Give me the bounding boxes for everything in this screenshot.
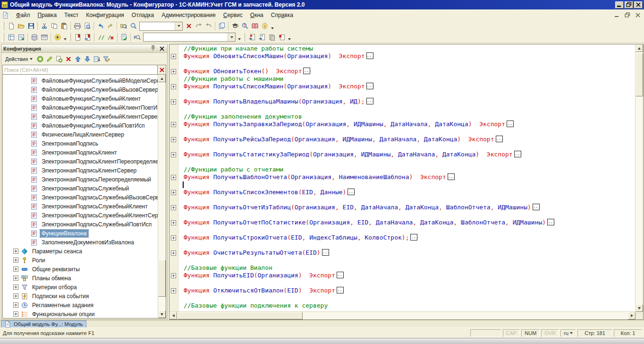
mdi-restore-button[interactable]: [623, 11, 632, 19]
menu-item-текст[interactable]: Текст: [60, 10, 82, 20]
collapsed-code-button[interactable]: [547, 219, 554, 225]
procedure-combo[interactable]: [143, 33, 236, 42]
toolbar-grip[interactable]: [243, 33, 245, 42]
tree-scroll-thumb[interactable]: [158, 260, 166, 297]
collapsed-code-button[interactable]: [448, 173, 455, 180]
table-document-button[interactable]: [16, 32, 26, 42]
goto-query-button[interactable]: ?: [257, 32, 267, 42]
procedures-functions-button[interactable]: P: [132, 32, 142, 42]
toolbar-grip[interactable]: [68, 33, 71, 42]
print-preview-button[interactable]: [82, 21, 92, 31]
tree-group-item[interactable]: Параметры сеанса: [3, 247, 158, 256]
copy-pages-button[interactable]: [217, 21, 227, 31]
table-button[interactable]: [39, 32, 49, 42]
collapsed-code-button[interactable]: [303, 68, 310, 74]
code-line[interactable]: [169, 128, 636, 136]
code-line[interactable]: Функция ПолучитьСтрокиОтчета(EID, Индекс…: [169, 234, 636, 241]
next-bookmark-button[interactable]: [83, 32, 93, 42]
syntax-check-button[interactable]: [119, 32, 129, 42]
expand-plus-icon[interactable]: [13, 311, 18, 317]
module-code-editor[interactable]: //Функции при начале работы системыФункц…: [169, 44, 644, 320]
tree-item-common-module[interactable]: ЭлектроннаяПодписьСлужебныйПовтИсп: [3, 220, 158, 229]
expand-plus-icon[interactable]: [13, 302, 18, 308]
collapsed-code-button[interactable]: [366, 52, 373, 59]
collapsed-code-button[interactable]: [514, 151, 521, 157]
move-up-button[interactable]: [74, 55, 82, 63]
run-debug-button[interactable]: [52, 32, 62, 42]
add-button[interactable]: [36, 55, 44, 63]
about-button[interactable]: i: [260, 21, 270, 31]
window-tab-module[interactable]: Общий модуль Фу...: Модуль: [1, 320, 86, 328]
mdi-close-button[interactable]: [634, 11, 642, 19]
collapsed-code-button[interactable]: [366, 83, 373, 89]
tree-item-common-module[interactable]: ЭлектроннаяПодпись: [3, 139, 158, 148]
save-button[interactable]: [26, 21, 36, 31]
code-line[interactable]: Функция ПолучитьСписокЭлементов(EID, Дан…: [169, 189, 636, 196]
restore-button[interactable]: [625, 1, 633, 9]
fold-expand-icon[interactable]: [171, 205, 176, 210]
code-line[interactable]: [169, 279, 636, 287]
tree-scroll-up-button[interactable]: [158, 75, 166, 82]
menu-item-справка[interactable]: Справка: [267, 10, 297, 20]
code-line[interactable]: //Функции при начале работы системы: [169, 45, 636, 52]
tree-group-item[interactable]: Подписки на события: [3, 292, 158, 301]
fold-expand-icon[interactable]: [171, 174, 176, 180]
code-line[interactable]: [169, 211, 636, 219]
fold-expand-icon[interactable]: [171, 220, 176, 225]
menu-item-окна[interactable]: Окна: [246, 10, 267, 20]
menu-item-файл[interactable]: Файл: [12, 10, 34, 20]
code-line[interactable]: [169, 90, 636, 98]
clear-search-button[interactable]: [184, 21, 194, 31]
editor-scroll-right-button[interactable]: [628, 312, 636, 319]
code-line[interactable]: Функция ПолучитьРейсыЗаПериод(Организаци…: [169, 136, 636, 143]
tree-item-common-module[interactable]: ФайловыеФункцииСлужебныйКлиент: [3, 94, 158, 103]
collapsed-code-button[interactable]: [533, 204, 540, 210]
help-topics-button[interactable]: [250, 21, 260, 31]
form-grid-button[interactable]: [6, 32, 16, 42]
fold-expand-icon[interactable]: [171, 235, 176, 240]
editor-hscroll-thumb[interactable]: [178, 312, 303, 319]
procedure-combo-input[interactable]: [144, 34, 228, 40]
menu-item-администрирование[interactable]: Администрирование: [158, 10, 219, 20]
add-comment-button[interactable]: //: [96, 32, 106, 42]
pin-button[interactable]: [150, 45, 157, 52]
find-previous-button[interactable]: [203, 21, 213, 31]
toolbar-overflow-button[interactable]: [270, 21, 275, 31]
delete-button[interactable]: [64, 55, 73, 63]
menu-item-правка[interactable]: Правка: [34, 10, 61, 20]
tree-item-common-module[interactable]: ЭлектроннаяПодписьСлужебныйКлиент: [3, 202, 158, 211]
edit-button[interactable]: [45, 55, 54, 63]
delete-line-button[interactable]: [277, 32, 287, 42]
tree-search-box[interactable]: [2, 65, 158, 75]
tree-item-common-module[interactable]: ФайловыеФункцииСлужебныйВызовСервера: [3, 85, 158, 94]
code-line[interactable]: [169, 60, 636, 68]
help-search-button[interactable]: ?: [240, 21, 250, 31]
search-combo-dropdown-button[interactable]: [175, 22, 182, 30]
code-line[interactable]: [169, 241, 636, 249]
print-button[interactable]: [72, 21, 82, 31]
cut-button[interactable]: [39, 21, 49, 31]
expand-plus-icon[interactable]: [13, 258, 18, 263]
collapsed-code-button[interactable]: [337, 272, 344, 278]
code-line[interactable]: //Базовые функции Виалон: [169, 264, 636, 272]
panel-close-button[interactable]: [159, 45, 165, 52]
menu-item-сервис[interactable]: Сервис: [220, 10, 246, 20]
code-line[interactable]: Функция ПолучитьОтчетПоСтатистике(Органи…: [169, 219, 636, 226]
toolbar-grip[interactable]: [2, 22, 4, 30]
code-line[interactable]: Функция ОбновитьСписокМашин(Организация)…: [169, 52, 636, 60]
expand-plus-icon[interactable]: [13, 293, 18, 299]
filter-edit-button[interactable]: [102, 55, 110, 63]
editor-scroll-left-button[interactable]: [169, 312, 177, 319]
tree-item-common-module[interactable]: ЗаполнениеДокументовИзВиалона: [3, 238, 158, 247]
code-line[interactable]: Функция ПолучитьСписокМашин(Организация)…: [169, 83, 636, 90]
menu-item-конфигурация[interactable]: Конфигурация: [82, 10, 128, 20]
tree-group-item[interactable]: Функциональные опции: [3, 310, 158, 318]
related-documents-button[interactable]: [267, 32, 277, 42]
editor-scroll-down-button[interactable]: [636, 304, 643, 312]
collapsed-code-button[interactable]: [337, 287, 344, 293]
collapsed-code-button[interactable]: [410, 234, 417, 241]
paste-button[interactable]: [59, 21, 69, 31]
editor-vscroll-thumb[interactable]: [636, 53, 643, 96]
code-area[interactable]: //Функции при начале работы системыФункц…: [169, 45, 636, 312]
minimize-button[interactable]: [615, 1, 624, 9]
